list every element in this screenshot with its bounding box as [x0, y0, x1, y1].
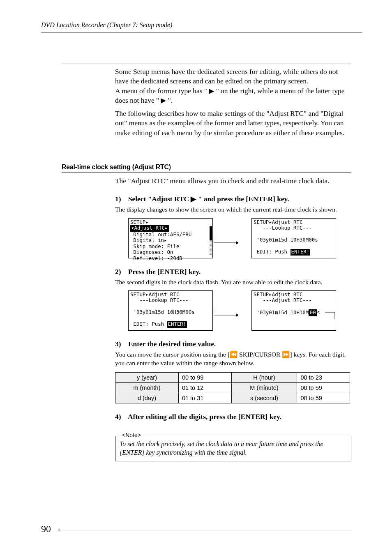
lcd-line — [253, 322, 336, 328]
lcd-line: '03y01m15d 10H30M00s — [129, 309, 212, 315]
lcd-lookup-rtc: SETUP▸Adjust RTC ---Lookup RTC--- '03y01… — [251, 218, 336, 258]
section-body: The "Adjust RTC" menu allows you to chec… — [115, 173, 351, 461]
step-1-heading: 1) Select "Adjust RTC ▶ " and press the … — [115, 195, 351, 203]
lcd-adjust-rtc: SETUP▸Adjust RTC ---Adjust RTC--- '03y01… — [251, 290, 336, 331]
lcd-enter-label: ENTER! — [291, 249, 311, 256]
step-2-head: 2) Press the [ENTER] key. — [115, 267, 201, 276]
lcd-line — [253, 243, 336, 249]
page-number: 90 — [41, 523, 51, 534]
lcd-line — [253, 231, 336, 237]
lcd-line: Digital out:AES/EBU — [129, 232, 212, 238]
section-title-row: Real-time clock setting (Adjust RTC) — [62, 164, 351, 173]
lcd-line: '03y01m15d 10H30M00s — [253, 309, 336, 316]
lcd-line: Digital in▸ — [129, 237, 212, 244]
lcd-line: ---Lookup RTC--- — [129, 297, 212, 304]
cell: 01 to 12 — [178, 382, 231, 393]
right-triangle-icon: ▶ — [209, 87, 214, 95]
step-1-desc: The display changes to show the screen o… — [115, 205, 351, 214]
step-4-head: 4) After editing all the digits, press t… — [115, 412, 281, 421]
lcd-title: SETUP▸Adjust RTC — [129, 292, 212, 298]
skip-next-icon: ⏩ — [282, 351, 290, 358]
lcd-line — [129, 315, 212, 322]
cell: 01 to 31 — [178, 393, 231, 403]
lcd-scrollbar — [210, 220, 212, 257]
lcd-line — [253, 316, 336, 322]
intro-para-1: Some Setup menus have the dedicated scre… — [115, 67, 351, 106]
cell: d (day) — [115, 393, 179, 403]
lcd-line: EDIT: Push ENTER! — [129, 321, 212, 328]
s3-desc-a: You can move the cursor position using t… — [115, 351, 230, 358]
cell: m (month) — [115, 382, 179, 393]
table-row: m (month) 01 to 12 M (minute) 00 to 59 — [115, 382, 350, 393]
step-3-head: 3) Enter the desired time value. — [115, 340, 216, 348]
lcd-enter-label: ENTER! — [167, 321, 187, 328]
lcd-line: EDIT: Push ENTER! — [253, 249, 336, 256]
lcd-lookup-rtc: SETUP▸Adjust RTC ---Lookup RTC--- '03y01… — [128, 290, 213, 331]
connector-arrow — [214, 235, 238, 255]
s3-desc-b: SKIP/CURSOR — [238, 351, 282, 358]
table-row: d (day) 01 to 31 s (second) 00 to 59 — [115, 393, 350, 403]
lcd-line: Skip mode: File — [129, 244, 212, 250]
step-3-heading: 3) Enter the desired time value. — [115, 340, 351, 348]
intro-p1b-a: A menu of the former type has " — [115, 87, 209, 95]
note-label: <Note> — [120, 432, 143, 438]
lcd-edit-a: EDIT: Push — [130, 321, 167, 327]
lcd-line: ---Lookup RTC--- — [253, 225, 336, 231]
right-triangle-icon: ▶ — [191, 195, 196, 203]
adj-time-a: '03y01m15d 10H30M — [254, 309, 309, 315]
step-4-heading: 4) After editing all the digits, press t… — [115, 412, 351, 421]
lcd-title: SETUP▸Adjust RTC — [253, 292, 336, 298]
adj-time-b: s — [317, 309, 320, 315]
range-table: y (year) 00 to 99 H (hour) 00 to 23 m (m… — [115, 372, 350, 403]
intro-p1a: Some Setup menus have the dedicated scre… — [115, 67, 338, 85]
lcd-line: '03y01m15d 10H30M00s — [253, 237, 336, 243]
step-2-lcds: SETUP▸Adjust RTC ---Lookup RTC--- '03y01… — [128, 290, 351, 331]
lcd-edit-a: EDIT: Push — [254, 249, 291, 255]
cell: y (year) — [115, 372, 179, 382]
adj-time-sec-flash: 00 — [309, 309, 317, 316]
step-2-desc: The second digits in the clock data flas… — [115, 278, 351, 286]
intro-p1b-c: ". — [166, 96, 173, 104]
lcd-line: Diagnoses: On — [129, 249, 212, 256]
lcd-line — [129, 304, 212, 310]
table-row: y (year) 00 to 99 H (hour) 00 to 23 — [115, 372, 350, 382]
lcd-line: ---Adjust RTC--- — [253, 297, 336, 304]
intro-para-2: The following describes how to make sett… — [115, 109, 351, 138]
connector-arrow — [214, 307, 238, 327]
skip-prev-icon: ⏪ — [230, 351, 238, 358]
scrollbar-thumb — [210, 226, 212, 240]
cell: s (second) — [231, 393, 297, 403]
running-head: DVD Location Recorder (Chapter 7: Setup … — [41, 21, 362, 32]
lcd-selected-item: ▾Adjust RTC▸ — [130, 225, 169, 232]
running-head-text: DVD Location Recorder (Chapter 7: Setup … — [41, 21, 172, 28]
note-box: <Note> To set the clock precisely, set t… — [115, 436, 351, 462]
intro-block: Some Setup menus have the dedicated scre… — [115, 64, 351, 138]
cell: M (minute) — [231, 382, 297, 393]
step-1-lcds: SETUP▸ ▾Adjust RTC▸ Digital out:AES/EBU … — [128, 218, 351, 258]
step-1-head-a: 1) Select "Adjust RTC — [115, 195, 191, 203]
footer-rule-arrow — [57, 530, 352, 530]
step-3-desc: You can move the cursor position using t… — [115, 350, 351, 367]
section-lead: The "Adjust RTC" menu allows you to chec… — [115, 176, 351, 186]
cell: 00 to 99 — [178, 372, 231, 382]
lcd-line: ▾Adjust RTC▸ — [129, 225, 212, 232]
lcd-title: SETUP▸Adjust RTC — [253, 219, 336, 226]
note-text: To set the clock precisely, set the cloc… — [120, 440, 347, 457]
step-2-heading: 2) Press the [ENTER] key. — [115, 267, 351, 276]
lcd-title: SETUP▸ — [129, 219, 212, 226]
cell: 00 to 59 — [297, 382, 350, 393]
cell: 00 to 59 — [297, 393, 350, 403]
lcd-line: Ref.level: -20dB — [129, 256, 212, 262]
lcd-setup-menu: SETUP▸ ▾Adjust RTC▸ Digital out:AES/EBU … — [128, 218, 213, 258]
section-title: Real-time clock setting (Adjust RTC) — [62, 164, 351, 171]
step-1-head-b: " and press the [ENTER] key. — [196, 195, 289, 203]
right-triangle-icon: ▶ — [161, 96, 166, 104]
lcd-line — [253, 304, 336, 310]
cell: H (hour) — [231, 372, 297, 382]
cell: 00 to 23 — [297, 372, 350, 382]
